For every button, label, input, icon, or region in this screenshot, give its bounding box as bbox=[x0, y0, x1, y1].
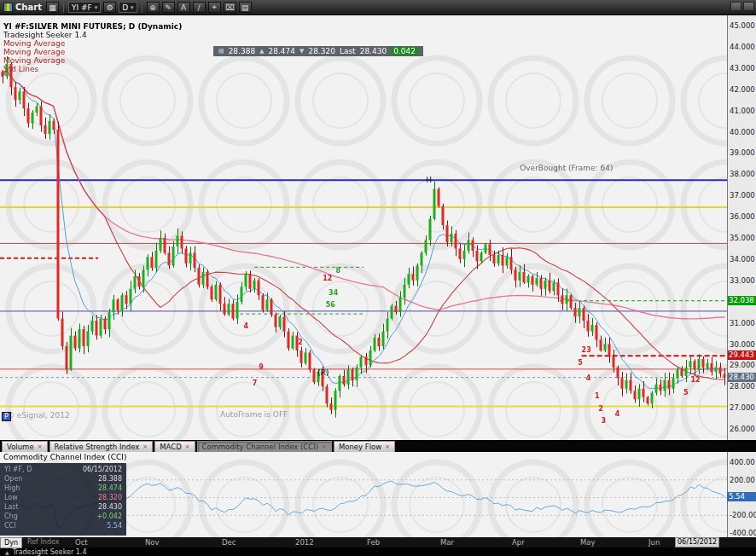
tool-button-4[interactable]: ⌖ bbox=[208, 2, 221, 13]
price-chart-canvas[interactable] bbox=[0, 15, 727, 440]
chevron-down-icon: ▾ bbox=[131, 4, 134, 11]
interval-combo[interactable]: D ▾ bbox=[119, 2, 137, 13]
legend-symbol-line: YI #F:SILVER MINI FUTURES; D (Dynamic) bbox=[3, 22, 182, 31]
quote-last-label: Last bbox=[340, 47, 356, 55]
price-axis-label: 41.000 bbox=[730, 107, 755, 115]
chart-window: Chart ▦ YI #F ▾ ⚙ D ▾ ⊕✎A∕⌖⌧▤ 45.00044.0… bbox=[0, 0, 756, 556]
cci-axis-label: -200.00 bbox=[730, 511, 756, 519]
settings-button[interactable]: ⚙ bbox=[103, 2, 116, 13]
price-axis[interactable]: 45.00044.00043.00042.00041.00040.00039.0… bbox=[727, 15, 756, 440]
legend-item: Moving Average bbox=[3, 48, 182, 56]
restore-button[interactable] bbox=[730, 2, 741, 11]
high-icon: ▲ bbox=[259, 48, 264, 55]
price-axis-label: 45.000 bbox=[730, 21, 755, 30]
window-controls bbox=[730, 2, 754, 11]
toolbar-separator bbox=[142, 3, 142, 13]
data-window-row: High28.474 bbox=[4, 484, 122, 493]
tab-volume[interactable]: Volume× bbox=[2, 441, 48, 452]
cursor-date-box: 06/15/2012 bbox=[675, 537, 719, 547]
seeker-icon: ▲ bbox=[5, 549, 9, 555]
drawing-tools: ⊕✎A∕⌖⌧▤ bbox=[147, 2, 252, 13]
price-axis-label: 43.000 bbox=[730, 64, 755, 72]
time-axis-month: Apr bbox=[512, 538, 525, 547]
tab-money-flow[interactable]: Money Flow× bbox=[334, 441, 395, 452]
tab-close-icon[interactable]: × bbox=[142, 443, 148, 450]
tab-close-icon[interactable]: × bbox=[185, 443, 190, 450]
price-axis-label: 28.000 bbox=[730, 382, 755, 391]
tab-label: Commodity Channel Index (CCI) bbox=[202, 443, 318, 451]
data-window-label: Low bbox=[4, 493, 18, 502]
tool-button-2[interactable]: A bbox=[177, 2, 190, 13]
data-window-row: Open28.388 bbox=[4, 474, 122, 484]
price-axis-label: 44.000 bbox=[730, 43, 755, 51]
open-icon: ▤ bbox=[218, 48, 224, 55]
quote-change: 0.042 bbox=[391, 47, 418, 55]
data-window-value: 5.54 bbox=[107, 521, 122, 530]
tool-button-5[interactable]: ⌧ bbox=[224, 2, 236, 13]
time-axis[interactable]: OctNovDec2012FebMarAprMayJun06/15/2012Dy… bbox=[0, 537, 756, 547]
tab-macd[interactable]: MACD× bbox=[154, 441, 195, 452]
tab-label: Relative Strength Index bbox=[55, 443, 140, 451]
quote-strip: ▤ 28.388 ▲ 28.474 ▼ 28.320 Last 28.430 0… bbox=[213, 46, 423, 56]
price-axis-label: 33.000 bbox=[730, 276, 755, 285]
layout-button[interactable]: ▦ bbox=[46, 2, 59, 13]
price-axis-label: 27.000 bbox=[730, 403, 755, 412]
tab-commodity-channel-index-cci-[interactable]: Commodity Channel Index (CCI)× bbox=[197, 441, 332, 452]
tab-close-icon[interactable]: × bbox=[385, 443, 390, 450]
data-window-label: YI #F, D bbox=[4, 465, 32, 474]
price-badge: 29.443 bbox=[728, 350, 756, 360]
cci-panel: 400.00200.000.00-200.00-400.005.54 Commo… bbox=[0, 452, 756, 537]
interval-value: D bbox=[122, 3, 128, 12]
tab-close-icon[interactable]: × bbox=[38, 443, 43, 450]
cci-axis[interactable]: 400.00200.000.00-200.00-400.005.54 bbox=[727, 452, 756, 537]
window-title: Chart bbox=[15, 3, 42, 12]
tool-button-1[interactable]: ✎ bbox=[162, 2, 175, 13]
time-axis-month: Nov bbox=[145, 538, 160, 547]
price-axis-label: 37.000 bbox=[730, 191, 755, 200]
close-button[interactable] bbox=[743, 2, 754, 11]
quote-high: 28.474 bbox=[269, 47, 296, 55]
data-window-value: 28.474 bbox=[98, 484, 122, 493]
data-window: YI #F, D06/15/2012Open28.388High28.474Lo… bbox=[0, 463, 126, 536]
status-bar: ▲ Tradesight Seeker 1.4 bbox=[0, 547, 756, 556]
cci-axis-label: -400.00 bbox=[730, 529, 756, 537]
toolbar-separator bbox=[63, 3, 64, 13]
data-window-value: +0.042 bbox=[96, 512, 122, 521]
seeker-label: Tradesight Seeker 1.4 bbox=[13, 548, 87, 556]
cci-panel-title: Commodity Channel Index (CCI) bbox=[3, 453, 126, 461]
data-window-label: Last bbox=[4, 502, 19, 512]
price-axis-label: 35.000 bbox=[730, 234, 755, 242]
symbol-combo[interactable]: YI #F ▾ bbox=[68, 2, 101, 13]
legend-item: Moving Average bbox=[3, 39, 182, 48]
toolbar: Chart ▦ YI #F ▾ ⚙ D ▾ ⊕✎A∕⌖⌧▤ bbox=[0, 0, 756, 15]
price-axis-label: 30.000 bbox=[730, 340, 755, 349]
price-badge: 32.038 bbox=[728, 296, 756, 305]
data-window-label: Chg bbox=[4, 512, 18, 521]
time-axis-month: Feb bbox=[367, 538, 380, 547]
quote-open: 28.388 bbox=[229, 47, 256, 55]
symbol-value: YI #F bbox=[72, 3, 92, 12]
time-axis-month: 2012 bbox=[295, 538, 314, 547]
tool-button-0[interactable]: ⊕ bbox=[147, 2, 160, 13]
price-axis-label: 40.000 bbox=[730, 128, 755, 136]
tab-relative-strength-index[interactable]: Relative Strength Index× bbox=[49, 441, 154, 452]
time-axis-month: May bbox=[580, 538, 596, 547]
low-icon: ▼ bbox=[299, 48, 304, 55]
legend-item: Std Lines bbox=[3, 65, 182, 73]
tab-close-icon[interactable]: × bbox=[322, 443, 327, 450]
data-window-value: 06/15/2012 bbox=[83, 465, 122, 474]
dynamic-tab[interactable]: Dyn bbox=[0, 537, 22, 548]
quote-low: 28.320 bbox=[308, 47, 335, 55]
data-window-row: YI #F, D06/15/2012 bbox=[4, 465, 122, 474]
main-chart-panel: 45.00044.00043.00042.00041.00040.00039.0… bbox=[0, 15, 756, 440]
price-axis-label: 39.000 bbox=[730, 148, 755, 157]
chart-legend: YI #F:SILVER MINI FUTURES; D (Dynamic) T… bbox=[3, 22, 182, 73]
tool-button-3[interactable]: ∕ bbox=[193, 2, 206, 13]
price-axis-label: 31.000 bbox=[730, 319, 755, 327]
tool-button-6[interactable]: ▤ bbox=[239, 2, 252, 13]
tab-label: MACD bbox=[160, 443, 181, 451]
time-axis-month: Mar bbox=[440, 538, 454, 547]
p-badge[interactable]: P bbox=[2, 412, 11, 421]
data-window-row: Low28.320 bbox=[4, 493, 122, 502]
data-window-label: CCI bbox=[4, 521, 16, 530]
